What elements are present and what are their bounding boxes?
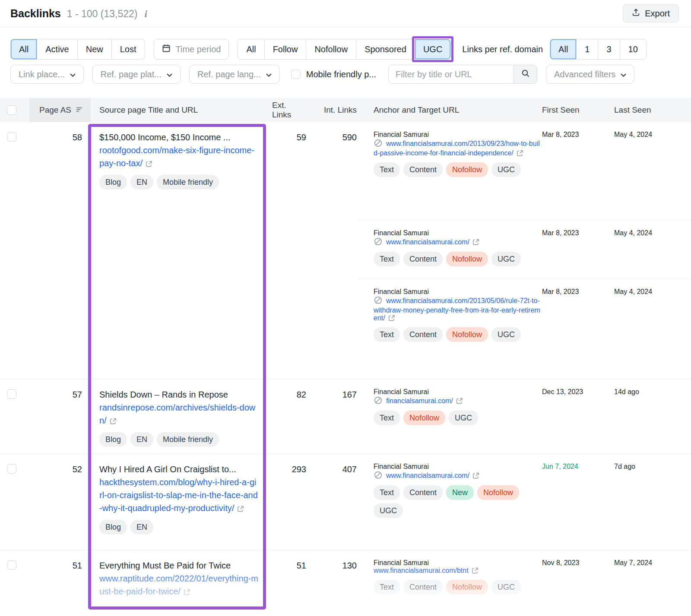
column-header-first-seen[interactable]: First Seen (542, 105, 614, 115)
external-link-icon[interactable] (146, 160, 152, 169)
target-url-link[interactable]: www.financialsamurai.com/2013/05/06/rule… (374, 297, 540, 322)
target-url-link[interactable]: www.financialsamurai.com/ (386, 472, 469, 479)
follow-tab-ugc[interactable]: UGC (415, 39, 450, 59)
info-icon[interactable]: i (143, 9, 147, 20)
source-page-title: $150,000 Income, $150 Income ... (99, 131, 258, 144)
link-placement-dropdown[interactable]: Link place... (10, 65, 84, 84)
external-link-icon[interactable] (237, 505, 244, 514)
link-attribute-tag: UGC (491, 252, 521, 266)
source-tag: Blog (99, 432, 127, 447)
page-as-header-label: Page AS (39, 105, 71, 115)
results-count: 1 - 100 (13,522) (67, 8, 138, 20)
follow-tab-all[interactable]: All (238, 39, 264, 59)
external-link-icon[interactable] (110, 417, 117, 426)
column-header-int-links[interactable]: Int. Links (309, 98, 358, 122)
row-checkbox[interactable] (7, 389, 16, 399)
target-url-link[interactable]: www.financialsamurai.com/2013/09/23/how-… (374, 140, 540, 157)
advanced-filters-label: Advanced filters (554, 69, 615, 79)
link-attribute-tag: Nofollow (477, 485, 519, 500)
first-seen-date: Mar 8, 2023 (542, 229, 614, 273)
link-attribute-tag: Text (374, 162, 400, 177)
select-all-checkbox[interactable] (7, 105, 16, 115)
external-link-icon[interactable] (472, 240, 479, 247)
backlinks-table: Page AS Source page Title and URL Ext. L… (0, 98, 691, 616)
no-anchor-slash-icon (374, 299, 383, 306)
column-header-ext-links[interactable]: Ext. Links (272, 98, 309, 122)
external-link-icon[interactable] (388, 316, 395, 323)
target-url-link[interactable]: www.financialsamurai.com/btnt (374, 567, 469, 574)
page-as-value: 58 (29, 122, 91, 379)
source-url-link[interactable]: rootofgood.com/make-six-figure-income-pa… (99, 145, 254, 168)
column-header-source[interactable]: Source page Title and URL (91, 98, 272, 122)
ref-page-language-dropdown[interactable]: Ref. page lang... (189, 65, 280, 84)
chevron-down-icon (266, 69, 272, 79)
external-link-icon[interactable] (184, 588, 190, 597)
follow-tab-sponsored[interactable]: Sponsored (356, 39, 415, 59)
column-header-page-as[interactable]: Page AS (29, 98, 91, 122)
table-row: 52 Why I Hired A Girl On Craigslist to..… (0, 454, 691, 550)
source-url-link[interactable]: randsinrepose.com/archives/shields-down/ (99, 403, 255, 425)
links-count-tab-all[interactable]: All (550, 39, 576, 59)
last-seen-date: May 7, 2024 (614, 559, 677, 616)
page-as-value: 51 (29, 550, 91, 616)
follow-tab-follow[interactable]: Follow (264, 39, 306, 59)
external-link-icon[interactable] (472, 568, 479, 575)
links-count-tab-3[interactable]: 3 (598, 39, 619, 59)
link-attribute-tag: Nofollow (446, 162, 488, 177)
export-button[interactable]: Export (623, 4, 679, 22)
links-per-domain-label: Links per ref. domain (462, 44, 543, 54)
link-attribute-tag: Text (374, 485, 400, 500)
backlink-entry: Financial Samurai www.financialsamurai.c… (358, 279, 691, 379)
target-url-link[interactable]: financialsamurai.com/ (386, 397, 453, 404)
links-count-tab-1[interactable]: 1 (576, 39, 598, 59)
status-tab-lost[interactable]: Lost (111, 39, 145, 59)
anchor-text: Financial Samurai (374, 463, 542, 471)
chevron-down-icon (167, 69, 172, 79)
last-seen-date: 14d ago (614, 388, 677, 442)
status-tab-all[interactable]: All (11, 39, 37, 59)
mobile-friendly-filter[interactable]: Mobile friendly p... (291, 69, 376, 79)
link-attribute-tag: Content (403, 327, 443, 342)
anchor-text: Financial Samurai (374, 229, 542, 237)
row-checkbox[interactable] (7, 560, 16, 570)
status-tab-new[interactable]: New (77, 39, 111, 59)
first-seen-date: Mar 8, 2023 (542, 131, 614, 214)
links-count-tab-10[interactable]: 10 (620, 39, 646, 59)
external-link-icon[interactable] (456, 398, 463, 406)
mobile-friendly-checkbox[interactable] (291, 69, 301, 79)
backlink-entry: Financial Samurai www.financialsamurai.c… (358, 550, 691, 616)
title-bar: Backlinks 1 - 100 (13,522) i Export (0, 0, 691, 27)
row-checkbox[interactable] (7, 464, 16, 474)
source-url-link[interactable]: hackthesystem.com/blog/why-i-hired-a-gir… (99, 477, 258, 513)
follow-filter-group: All Follow Nofollow Sponsored UGC (238, 39, 451, 60)
follow-tab-nofollow[interactable]: Nofollow (306, 39, 356, 59)
status-tab-active[interactable]: Active (37, 39, 77, 59)
source-url-link[interactable]: www.raptitude.com/2022/01/everything-mus… (99, 574, 258, 596)
column-header-last-seen[interactable]: Last Seen (614, 105, 691, 115)
ref-page-platform-dropdown[interactable]: Ref. page plat... (92, 65, 181, 84)
link-attribute-tag: Content (403, 485, 443, 500)
backlink-entry: Financial Samurai www.financialsamurai.c… (358, 220, 691, 279)
export-upload-icon (632, 8, 640, 19)
column-header-anchor[interactable]: Anchor and Target URL (374, 105, 542, 115)
advanced-filters-dropdown[interactable]: Advanced filters (546, 65, 634, 84)
search-button[interactable] (513, 65, 537, 83)
no-anchor-slash-icon (374, 399, 383, 406)
mobile-friendly-label: Mobile friendly p... (306, 69, 376, 79)
time-period-button[interactable]: Time period (154, 39, 229, 60)
ext-links-value: 82 (272, 379, 309, 454)
row-checkbox[interactable] (7, 132, 16, 142)
page-as-value: 57 (29, 379, 91, 454)
chevron-down-icon (621, 69, 626, 79)
table-row: 51 Everything Must Be Paid for Twice www… (0, 550, 691, 616)
target-url-link[interactable]: www.financialsamurai.com/ (386, 238, 469, 246)
export-label: Export (645, 9, 670, 19)
external-link-icon[interactable] (517, 151, 523, 158)
source-tag: Mobile friendly (157, 175, 219, 190)
search-input[interactable] (389, 65, 513, 83)
ext-links-value: 51 (272, 550, 309, 616)
external-link-icon[interactable] (472, 473, 479, 480)
last-seen-date: May 4, 2024 (614, 131, 677, 214)
source-tag: Blog (99, 175, 127, 190)
source-page-title: Why I Hired A Girl On Craigslist to... (99, 463, 258, 476)
